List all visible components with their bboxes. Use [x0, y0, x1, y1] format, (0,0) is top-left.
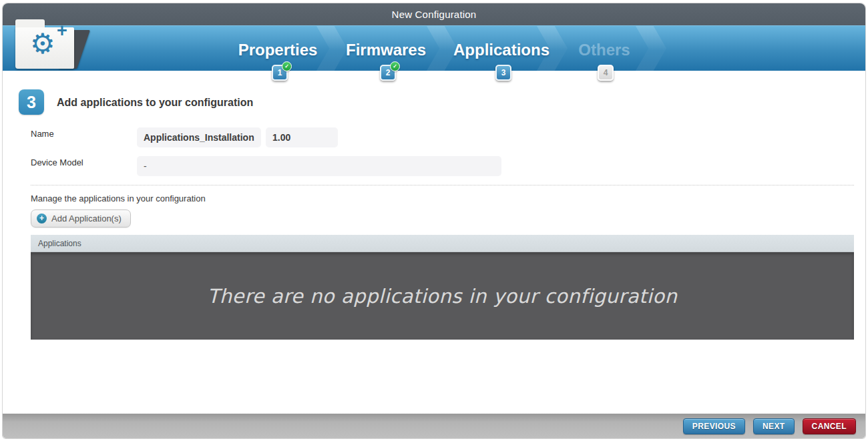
plus-icon: + — [37, 213, 47, 224]
plus-icon: + — [57, 21, 67, 41]
tab-properties[interactable]: Properties — [238, 41, 318, 59]
name-label: Name — [31, 129, 54, 139]
step-separator-chevron — [636, 26, 666, 71]
add-applications-label: Add Application(s) — [51, 213, 122, 224]
current-step-badge: 3 — [19, 89, 44, 115]
tab-firmwares[interactable]: Firmwares — [346, 41, 426, 59]
previous-button[interactable]: PREVIOUS — [683, 418, 745, 434]
step-separator-chevron — [316, 26, 347, 71]
step-3-number: 3 — [501, 68, 506, 77]
step-1-check-icon: ✓ — [282, 61, 292, 71]
configuration-name-field[interactable]: Applications_Installation — [137, 127, 261, 147]
step-2-badge: 2 ✓ — [380, 65, 396, 81]
step-3-badge: 3 — [495, 65, 511, 81]
cancel-button[interactable]: CANCEL — [803, 418, 856, 434]
tab-applications[interactable]: Applications — [453, 41, 550, 59]
step-1-badge: 1 ✓ — [272, 65, 288, 81]
add-applications-button[interactable]: + Add Application(s) — [31, 209, 131, 228]
tab-others: Others — [578, 41, 630, 59]
main-content: 3 Add applications to your configuration… — [3, 71, 865, 392]
device-model-field[interactable]: - — [137, 156, 501, 176]
divider — [31, 185, 854, 185]
manage-applications-text: Manage the applications in your configur… — [31, 193, 206, 203]
step-4-badge: 4 — [598, 65, 614, 81]
empty-message: There are no applications in your config… — [208, 285, 678, 308]
step-1-number: 1 — [278, 68, 282, 77]
footer-bar: PREVIOUS NEXT CANCEL — [3, 414, 865, 438]
device-model-label: Device Model — [31, 157, 83, 167]
applications-column-header: Applications — [31, 235, 854, 252]
step-2-check-icon: ✓ — [390, 61, 400, 71]
wizard-window: New Configuration Properties Firmwares A… — [2, 3, 866, 439]
app-logo: ⚙ + — [14, 19, 89, 73]
applications-table: Applications There are no applications i… — [31, 235, 854, 340]
window-title: New Configuration — [392, 9, 477, 20]
step-2-number: 2 — [386, 68, 391, 77]
step-4-number: 4 — [604, 68, 608, 77]
title-bar: New Configuration — [3, 3, 865, 25]
wizard-step-bar: Properties Firmwares Applications Others — [3, 25, 865, 71]
version-field[interactable]: 1.00 — [266, 127, 338, 147]
applications-empty-state: There are no applications in your config… — [31, 252, 854, 340]
next-button[interactable]: NEXT — [753, 418, 795, 434]
gear-icon: ⚙ — [30, 29, 55, 59]
page-title: Add applications to your configuration — [57, 97, 253, 109]
